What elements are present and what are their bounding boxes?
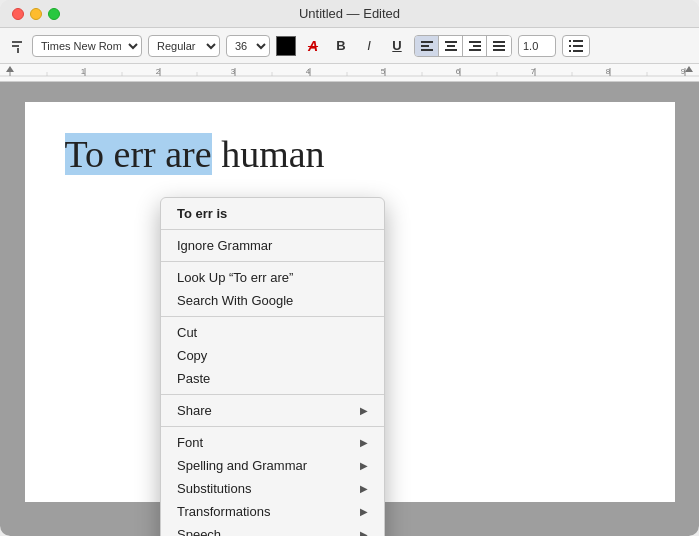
submenu-arrow-icon: ▶ (360, 483, 368, 494)
menu-item-label: Cut (177, 325, 197, 340)
svg-text:3: 3 (231, 67, 236, 76)
svg-rect-10 (473, 45, 481, 47)
submenu-arrow-icon: ▶ (360, 460, 368, 471)
menu-separator (161, 394, 384, 395)
svg-rect-9 (469, 41, 481, 43)
menu-item-ignore-grammar[interactable]: Ignore Grammar (161, 234, 384, 257)
menu-item-search-google[interactable]: Search With Google (161, 289, 384, 312)
svg-text:5: 5 (381, 67, 386, 76)
svg-rect-4 (421, 45, 429, 47)
svg-marker-41 (6, 66, 14, 72)
menu-item-label: Font (177, 435, 203, 450)
font-size-select[interactable]: 36 (226, 35, 270, 57)
context-menu: To err isIgnore GrammarLook Up “To err a… (160, 197, 385, 536)
menu-separator (161, 316, 384, 317)
svg-rect-1 (12, 45, 19, 47)
menu-item-label: Transformations (177, 504, 270, 519)
svg-rect-17 (569, 45, 571, 47)
menu-separator (161, 426, 384, 427)
titlebar: Untitled — Edited (0, 0, 699, 28)
svg-rect-0 (12, 41, 22, 43)
selected-text: To err are (65, 133, 212, 175)
svg-rect-5 (421, 49, 433, 51)
menu-item-look-up[interactable]: Look Up “To err are” (161, 266, 384, 289)
font-color-swatch[interactable] (276, 36, 296, 56)
menu-item-label: To err is (177, 206, 227, 221)
menu-item-label: Look Up “To err are” (177, 270, 293, 285)
line-spacing-input[interactable] (518, 35, 556, 57)
svg-rect-13 (493, 45, 505, 47)
document-text-rest: human (212, 133, 325, 175)
menu-item-label: Ignore Grammar (177, 238, 272, 253)
list-button[interactable] (562, 35, 590, 57)
menu-item-copy[interactable]: Copy (161, 344, 384, 367)
svg-text:1: 1 (81, 67, 86, 76)
svg-rect-2 (17, 48, 19, 53)
svg-rect-11 (469, 49, 481, 51)
svg-marker-42 (685, 66, 693, 72)
close-button[interactable] (12, 8, 24, 20)
menu-item-label: Substitutions (177, 481, 251, 496)
svg-text:7: 7 (531, 67, 536, 76)
toolbar: Times New Rom... Regular 36 A B I U (0, 28, 699, 64)
svg-rect-19 (569, 50, 571, 52)
svg-text:9: 9 (681, 67, 686, 76)
svg-rect-15 (569, 40, 571, 42)
ruler: 1 2 3 4 5 6 7 8 9 (0, 64, 699, 82)
submenu-arrow-icon: ▶ (360, 506, 368, 517)
menu-item-cut[interactable]: Cut (161, 321, 384, 344)
maximize-button[interactable] (48, 8, 60, 20)
align-center-button[interactable] (439, 36, 463, 56)
strikethrough-icon[interactable]: A (302, 35, 324, 57)
menu-item-spelling-grammar[interactable]: Spelling and Grammar▶ (161, 454, 384, 477)
menu-item-label: Share (177, 403, 212, 418)
svg-text:6: 6 (456, 67, 461, 76)
main-window: Untitled — Edited Times New Rom... Regul… (0, 0, 699, 536)
svg-rect-3 (421, 41, 433, 43)
bold-button[interactable]: B (330, 35, 352, 57)
document-area[interactable]: To err are human To err isIgnore Grammar… (0, 82, 699, 536)
italic-button[interactable]: I (358, 35, 380, 57)
format-icon[interactable] (8, 35, 26, 57)
window-title: Untitled — Edited (299, 6, 400, 21)
font-style-select[interactable]: Regular (148, 35, 220, 57)
svg-text:8: 8 (606, 67, 611, 76)
menu-item-label: Copy (177, 348, 207, 363)
underline-button[interactable]: U (386, 35, 408, 57)
menu-item-paste[interactable]: Paste (161, 367, 384, 390)
menu-item-label: Speech (177, 527, 221, 536)
traffic-lights (12, 8, 60, 20)
menu-item-font[interactable]: Font▶ (161, 431, 384, 454)
minimize-button[interactable] (30, 8, 42, 20)
align-right-button[interactable] (463, 36, 487, 56)
submenu-arrow-icon: ▶ (360, 529, 368, 536)
menu-item-label: Search With Google (177, 293, 293, 308)
submenu-arrow-icon: ▶ (360, 405, 368, 416)
svg-rect-8 (445, 49, 457, 51)
align-left-button[interactable] (415, 36, 439, 56)
menu-item-speech[interactable]: Speech▶ (161, 523, 384, 536)
svg-rect-14 (493, 49, 505, 51)
submenu-arrow-icon: ▶ (360, 437, 368, 448)
menu-separator (161, 261, 384, 262)
alignment-group (414, 35, 512, 57)
font-family-select[interactable]: Times New Rom... (32, 35, 142, 57)
menu-separator (161, 229, 384, 230)
menu-item-spelling-suggestion[interactable]: To err is (161, 202, 384, 225)
menu-item-label: Paste (177, 371, 210, 386)
menu-item-label: Spelling and Grammar (177, 458, 307, 473)
svg-rect-7 (447, 45, 455, 47)
svg-rect-20 (573, 50, 583, 52)
svg-rect-16 (573, 40, 583, 42)
menu-item-substitutions[interactable]: Substitutions▶ (161, 477, 384, 500)
svg-rect-18 (573, 45, 583, 47)
svg-text:4: 4 (306, 67, 311, 76)
align-justify-button[interactable] (487, 36, 511, 56)
svg-rect-12 (493, 41, 505, 43)
svg-rect-6 (445, 41, 457, 43)
menu-item-transformations[interactable]: Transformations▶ (161, 500, 384, 523)
document-text[interactable]: To err are human (65, 132, 635, 176)
svg-text:2: 2 (156, 67, 161, 76)
menu-item-share[interactable]: Share▶ (161, 399, 384, 422)
